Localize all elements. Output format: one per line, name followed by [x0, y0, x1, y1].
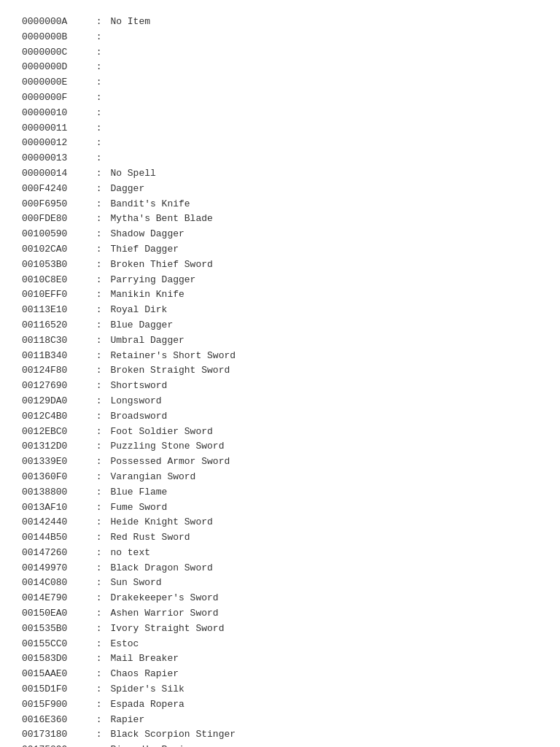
entry-separator: : [90, 212, 107, 227]
entry-name: Thief Dagger [110, 242, 179, 258]
entry-id: 0000000F [22, 90, 88, 106]
entry-name: Heide Knight Sword [110, 515, 212, 530]
entry-id: 00173180 [22, 727, 88, 743]
entry-separator: : [90, 121, 107, 136]
entry-separator: : [90, 530, 107, 546]
entry-id: 00124F80 [22, 363, 88, 379]
entry-separator: : [90, 333, 107, 349]
entry-id: 0014E790 [22, 591, 88, 606]
list-item: 0000000E : [22, 75, 538, 90]
entry-name: Varangian Sword [110, 470, 195, 485]
entry-id: 0010EFF0 [22, 287, 88, 303]
entry-id: 0015AAE0 [22, 667, 88, 682]
entry-name: Puzzling Stone Sword [110, 439, 224, 454]
entry-id: 0013AF10 [22, 500, 88, 516]
entry-name: no text [110, 546, 150, 561]
entry-id: 00155CC0 [22, 637, 88, 652]
list-item: 00118C30 : Umbral Dagger [22, 333, 538, 349]
entry-id: 001535B0 [22, 622, 88, 637]
entry-list: 0000000A : No Item0000000B : 0000000C : … [22, 15, 538, 747]
entry-name: Black Dragon Sword [110, 561, 212, 576]
list-item: 001583D0 : Mail Breaker [22, 651, 538, 667]
entry-name: Foot Soldier Sword [110, 425, 212, 440]
entry-separator: : [90, 90, 107, 106]
entry-id: 001312D0 [22, 439, 88, 454]
entry-separator: : [90, 106, 107, 121]
list-item: 00000010 : [22, 106, 538, 121]
entry-id: 00100590 [22, 227, 88, 242]
list-item: 00124F80 : Broken Straight Sword [22, 363, 538, 379]
entry-name: No Spell [110, 166, 155, 182]
list-item: 00102CA0 : Thief Dagger [22, 242, 538, 258]
list-item: 0012C4B0 : Broadsword [22, 409, 538, 425]
list-item: 00173180 : Black Scorpion Stinger [22, 727, 538, 743]
entry-name: Spider's Silk [110, 682, 184, 697]
entry-separator: : [90, 454, 107, 470]
entry-name: Bandit's Knife [110, 197, 190, 212]
entry-separator: : [90, 349, 107, 364]
list-item: 0014C080 : Sun Sword [22, 576, 538, 591]
entry-separator: : [90, 409, 107, 425]
entry-id: 00142440 [22, 515, 88, 530]
entry-name: Shadow Dagger [110, 227, 184, 242]
entry-separator: : [90, 667, 107, 682]
entry-id: 0012EBC0 [22, 425, 88, 440]
list-item: 00155CC0 : Estoc [22, 637, 538, 652]
entry-id: 001339E0 [22, 454, 88, 470]
list-item: 00129DA0 : Longsword [22, 394, 538, 409]
entry-name: Broken Thief Sword [110, 258, 212, 273]
entry-separator: : [90, 515, 107, 530]
list-item: 00149970 : Black Dragon Sword [22, 561, 538, 576]
entry-id: 000F4240 [22, 182, 88, 197]
list-item: 0014E790 : Drakekeeper's Sword [22, 591, 538, 606]
list-item: 00000013 : [22, 151, 538, 166]
list-item: 0000000B : [22, 30, 538, 45]
entry-separator: : [90, 15, 107, 30]
list-item: 001312D0 : Puzzling Stone Sword [22, 439, 538, 454]
entry-separator: : [90, 713, 107, 728]
entry-separator: : [90, 151, 107, 166]
list-item: 0012EBC0 : Foot Soldier Sword [22, 425, 538, 440]
entry-name: Sun Sword [110, 576, 161, 591]
list-item: 001535B0 : Ivory Straight Sword [22, 622, 538, 637]
entry-separator: : [90, 470, 107, 485]
entry-separator: : [90, 546, 107, 561]
list-item: 001360F0 : Varangian Sword [22, 470, 538, 485]
entry-id: 00118C30 [22, 333, 88, 349]
entry-name: Broadsword [110, 409, 167, 425]
entry-name: No Item [110, 15, 150, 30]
entry-separator: : [90, 363, 107, 379]
entry-id: 00150EA0 [22, 606, 88, 622]
entry-name: Blue Flame [110, 485, 167, 500]
entry-id: 00000012 [22, 136, 88, 151]
entry-id: 001053B0 [22, 258, 88, 273]
entry-separator: : [90, 682, 107, 697]
list-item: 0000000A : No Item [22, 15, 538, 30]
entry-name: Longsword [110, 394, 161, 409]
entry-name: Mail Breaker [110, 651, 179, 667]
entry-separator: : [90, 622, 107, 637]
entry-separator: : [90, 576, 107, 591]
entry-name: Parrying Dagger [110, 273, 195, 288]
entry-separator: : [90, 30, 107, 45]
entry-id: 00116520 [22, 318, 88, 333]
entry-id: 000F6950 [22, 197, 88, 212]
list-item: 0015D1F0 : Spider's Silk [22, 682, 538, 697]
entry-name: Espada Ropera [110, 697, 184, 713]
entry-name: Umbral Dagger [110, 333, 184, 349]
entry-name: Shortsword [110, 379, 167, 394]
entry-id: 00138800 [22, 485, 88, 500]
entry-id: 00102CA0 [22, 242, 88, 258]
list-item: 00150EA0 : Ashen Warrior Sword [22, 606, 538, 622]
entry-separator: : [90, 379, 107, 394]
entry-id: 00129DA0 [22, 394, 88, 409]
list-item: 0015AAE0 : Chaos Rapier [22, 667, 538, 682]
entry-name: Black Scorpion Stinger [110, 727, 236, 743]
list-item: 00138800 : Blue Flame [22, 485, 538, 500]
entry-id: 001360F0 [22, 470, 88, 485]
list-item: 00144B50 : Red Rust Sword [22, 530, 538, 546]
list-item: 0013AF10 : Fume Sword [22, 500, 538, 516]
entry-separator: : [90, 227, 107, 242]
entry-id: 00000010 [22, 106, 88, 121]
list-item: 00113E10 : Royal Dirk [22, 303, 538, 318]
